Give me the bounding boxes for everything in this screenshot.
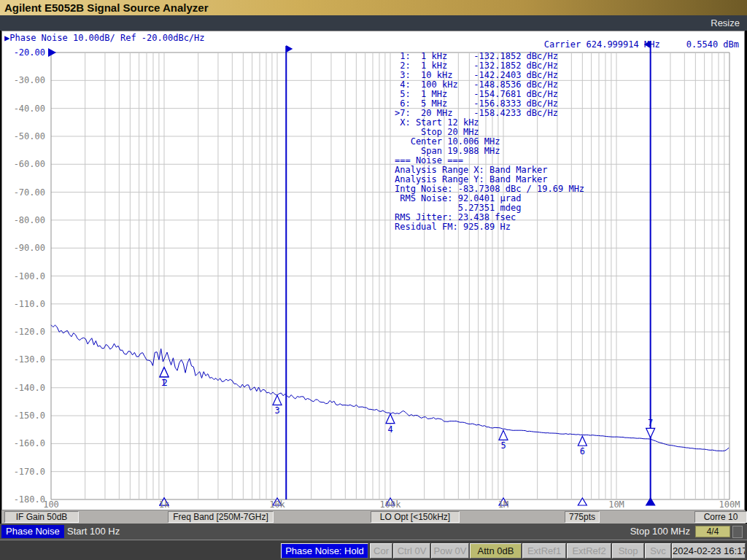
y-tick-label: -110.0 [1,300,45,308]
status-extref1: ExtRef1 [522,543,566,559]
instrument-status-bar: Phase Noise: Hold Cor Ctrl 0V Pow 0V Att… [0,540,747,560]
x-tick-label: 10M [591,500,642,509]
status-freq-band: Freq Band [250M-7GHz] [168,511,274,523]
measurement-state-button[interactable]: Phase Noise: Hold [281,543,368,559]
channel-corner-button[interactable] [732,526,743,538]
y-tick-label: -130.0 [1,355,45,364]
y-tick-label: -80.00 [1,216,45,225]
svg-text:5: 5 [500,440,506,451]
x-tick-label: 100M [704,500,747,509]
status-correction: Corre 10 [694,511,747,523]
y-tick-label: -70.00 [1,188,45,197]
status-ctrl: Ctrl 0V [393,543,430,559]
sweep-start-label: Start 100 Hz [67,524,120,540]
y-tick-label: -150.0 [1,411,45,420]
svg-text:6: 6 [580,446,585,456]
x-tick-label: 100k [365,500,416,509]
status-if-gain: IF Gain 50dB [4,511,79,523]
status-cor: Cor [370,543,392,559]
x-tick-label: 1k [139,500,190,509]
y-tick-label: -50.00 [1,132,45,141]
status-points: 775pts [565,511,600,523]
svg-text:7: 7 [648,418,653,428]
sweep-stop-label: Stop 100 MHz [630,524,690,540]
trace-scale-label: Phase Noise 10.00dB/ Ref -20.00dBc/Hz [9,33,204,43]
x-tick-label: 1M [478,500,529,509]
x-tick-label: 100 [26,500,77,509]
clock: 2024-02-23 16:17 [672,543,746,559]
y-tick-label: -40.00 [1,104,45,113]
y-tick-label: -60.00 [1,160,45,168]
marker-noise-readout: 1: 1 kHz -132.1852 dBc/Hz 2: 1 kHz -132.… [395,52,584,232]
status-attn: Attn 0dB [470,543,522,559]
page-indicator[interactable]: 4/4 [695,526,730,537]
status-extref2: ExtRef2 [567,543,611,559]
status-bar: IF Gain 50dB Freq Band [250M-7GHz] LO Op… [1,510,746,524]
carrier-readout: Carrier 624.999914 MHz 0.5540 dBm [544,40,739,50]
analyzer-screen: Agilent E5052B Signal Source Analyzer Re… [0,0,747,560]
status-svc: Svc [645,543,671,559]
y-tick-label: -20.00 [1,48,45,57]
svg-text:2: 2 [162,378,167,388]
x-tick-label: 10k [252,500,303,509]
trace-select-button[interactable]: Phase Noise [1,525,64,538]
svg-text:4: 4 [387,424,392,435]
trace-header[interactable]: ▶Phase Noise 10.00dB/ Ref -20.00dBc/Hz [4,34,205,43]
y-tick-label: -160.0 [1,439,45,448]
y-tick-label: -90.00 [1,244,45,252]
status-lo-opt: LO Opt [<150kHz] [371,511,460,523]
status-stop: Stop [612,543,644,559]
y-tick-label: -120.0 [1,327,45,336]
phase-noise-chart: 1234567 [0,0,747,510]
y-tick-label: -140.0 [1,384,45,392]
y-tick-label: -170.0 [1,467,45,476]
channel-bar: Phase Noise Start 100 Hz Stop 100 MHz 4/… [0,524,747,540]
status-pow: Pow 0V [431,543,469,559]
y-tick-label: -30.00 [1,76,45,85]
y-tick-label: -100.0 [1,272,45,281]
svg-text:3: 3 [274,405,279,416]
